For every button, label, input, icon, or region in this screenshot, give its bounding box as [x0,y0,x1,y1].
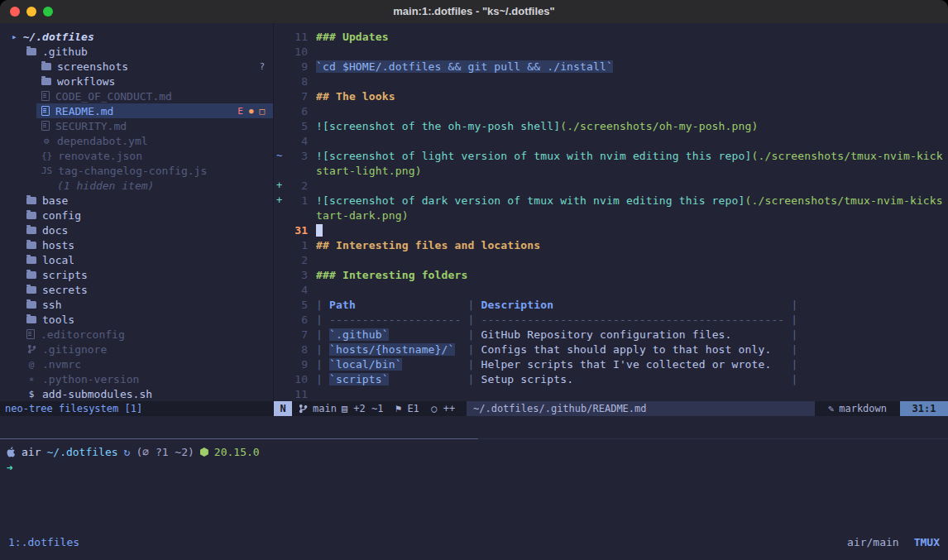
tree-item-scripts[interactable]: scripts [0,267,273,282]
folder-icon [26,212,36,219]
editor-line[interactable]: 5| Path | Description | [274,297,948,312]
editor-line[interactable]: 10 [274,44,948,59]
tree-item-code-of-conduct.md[interactable]: CODE_OF_CONDUCT.md [0,89,273,103]
tree-item-tag-changelog-config.js[interactable]: JStag-changelog-config.js [0,163,273,178]
editor-line[interactable]: 8| `hosts/{hostname}/` | Configs that sh… [274,342,948,357]
tree-item-label: ~/.dotfiles [23,31,94,43]
tree-item--1-hidden-item-[interactable]: (1 hidden item) [0,178,273,193]
tree-item-hosts[interactable]: hosts [0,237,273,252]
shell-icon: $ [26,389,36,400]
gutter-sign [274,254,286,266]
editor-pane[interactable]: 11### Updates 10 9`cd $HOME/.dotfiles &&… [274,23,948,407]
tree-item-dependabot.yml[interactable]: ⚙dependabot.yml [0,133,273,148]
editor-line[interactable]: +1![screenshot of dark version of tmux w… [274,193,948,208]
gutter-sign [274,388,286,400]
shell-pane[interactable]: air ~/.dotfiles ↻ (⌀ ?1 ~2) 20.15.0 ➜ [7,444,948,476]
tree-item-tools[interactable]: tools [0,312,273,327]
text-segment: `hosts/{hostname}/` [329,343,455,356]
tmux-pane-divider[interactable] [0,438,948,440]
gutter-sign [274,239,286,251]
text-segment: `.github` [329,328,389,341]
text-segment: ### Interesting folders [316,269,467,281]
editor-line[interactable]: 4 [274,133,948,148]
line-number: 2 [286,179,308,192]
git-branch-icon [299,404,308,414]
gutter-sign [274,343,286,355]
prompt-host: air [22,446,41,458]
file-icon [41,106,50,116]
tree-item-secrets[interactable]: secrets [0,282,273,297]
editor-line[interactable]: 11### Updates [274,29,948,44]
editor-line[interactable]: 6| -------------------- | --------------… [274,312,948,327]
tree-item-label: workflows [57,75,115,88]
tree-item-.editorconfig[interactable]: .editorconfig [0,327,273,342]
text-segment: Description [481,299,553,311]
gutter-sign [274,90,286,102]
tree-item-readme.md[interactable]: README.mdE●□ [36,103,273,118]
line-number: 5 [286,299,308,311]
editor-line[interactable]: ~3![screenshot of light version of tmux … [274,148,948,163]
tree-item-label: local [42,254,74,266]
editor-line[interactable]: 7| `.github` | GitHub Repository configu… [274,327,948,342]
text-segment: | [784,358,797,371]
text-segment [455,343,462,356]
text-segment: | [784,343,797,356]
tree-item-.nvmrc[interactable]: @.nvmrc [0,357,273,371]
editor-line[interactable]: 6 [274,103,948,118]
line-text: ### Updates [316,31,389,43]
status-badge: ● [249,107,253,115]
gutter-sign [274,284,286,295]
editor-line[interactable]: 7## The looks [274,89,948,103]
editor-line[interactable]: 5![screenshot of the oh-my-posh shell](.… [274,118,948,133]
tree-item-.gitignore[interactable]: .gitignore [0,342,273,357]
git-stats: ▤ +2 ~1 ⚑ E1 ○ ++ [342,403,455,414]
editor-line[interactable]: 31 [274,223,948,237]
tree-item-security.md[interactable]: SECURITY.md [0,118,273,133]
file-tree[interactable]: ▸~/.dotfiles.githubscreenshots?workflows… [0,23,274,407]
editor-line[interactable]: 10| `scripts` | Setup scripts. | [274,371,948,386]
tree-item-.github[interactable]: .github [0,44,273,59]
folder-icon [26,242,36,249]
git-segment: main ▤ +2 ~1 ⚑ E1 ○ ++ [292,401,467,416]
editor-line[interactable]: 9`cd $HOME/.dotfiles && git pull && ./in… [274,59,948,74]
tree-item-workflows[interactable]: workflows [0,74,273,89]
tree-item-local[interactable]: local [0,252,273,267]
tree-item-renovate.json[interactable]: {}renovate.json [0,148,273,163]
gutter-sign [274,358,286,370]
editor-line[interactable]: start-light.png) [274,163,948,178]
tmux-window-tab[interactable]: 1:.dotfiles [8,536,79,548]
zoom-button[interactable] [43,7,53,17]
text-segment: ( [560,120,567,132]
text-segment: ### Updates [316,31,389,43]
tree-item-ssh[interactable]: ssh [0,297,273,312]
editor-line[interactable]: 8 [274,74,948,89]
tree-item-.python-version[interactable]: ∗.python-version [0,371,273,386]
tree-item-label: tools [42,314,74,326]
shell-input-line[interactable]: ➜ [7,460,948,476]
statusline-row: neo-tree filesystem [1] N main ▤ +2 ~1 ⚑… [0,401,948,416]
editor-line[interactable]: 2 [274,252,948,267]
line-text: | -------------------- | ---------------… [316,314,797,326]
text-segment: ./screenshots/tmux-nvim-kick [758,150,942,162]
tree-item-label: .editorconfig [41,328,125,341]
tree-item-docs[interactable]: docs [0,223,273,237]
gutter-sign: + [274,194,286,206]
editor-line[interactable]: 4 [274,282,948,297]
editor-line[interactable]: 3### Interesting folders [274,267,948,282]
tree-item-screenshots[interactable]: screenshots? [0,59,273,74]
py-icon: ∗ [26,374,36,385]
minimize-button[interactable] [26,7,36,17]
editor-line[interactable]: 11 [274,386,948,401]
editor-line[interactable]: tart-dark.png) [274,208,948,223]
tree-item-base[interactable]: base [0,193,273,208]
text-segment: | [316,328,329,341]
tree-item--.dotfiles[interactable]: ▸~/.dotfiles [0,29,273,44]
editor-line[interactable]: +2 [274,178,948,193]
tree-item-add-submodules.sh[interactable]: $add-submodules.sh [0,386,273,401]
tree-item-config[interactable]: config [0,208,273,223]
close-button[interactable] [10,7,20,17]
node-version: 20.15.0 [214,446,260,458]
gutter-sign [274,209,286,221]
editor-line[interactable]: 9| `local/bin` | Helper scripts that I'v… [274,357,948,371]
editor-line[interactable]: 1## Interesting files and locations [274,237,948,252]
